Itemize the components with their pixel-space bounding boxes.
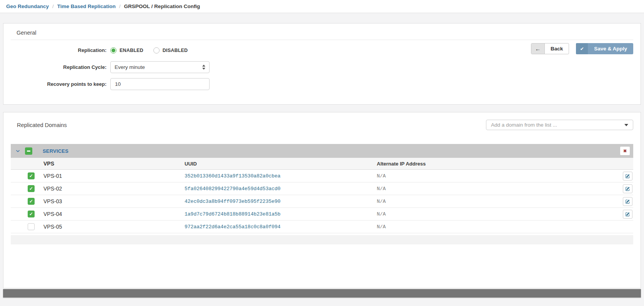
chevron-down-icon: [624, 124, 628, 126]
column-header-vps: VPS: [35, 161, 185, 167]
replication-disabled-radio[interactable]: DISABLED: [153, 47, 188, 54]
check-icon: ✔: [576, 43, 588, 54]
row-checkbox[interactable]: [28, 185, 35, 192]
edit-row-button[interactable]: [623, 197, 632, 206]
general-panel-title: General: [11, 23, 633, 40]
table-header-row: VPS UUID Alternate IP Address: [11, 158, 633, 170]
radio-icon: [153, 47, 160, 54]
services-group-header: SERVICES ✖: [11, 144, 633, 158]
arrow-left-icon: ←: [531, 43, 545, 54]
breadcrumb: Geo Redundancy / Time Based Replication …: [0, 0, 644, 13]
vps-uuid: 5fa026408299422790a4e59d4d53acd0: [185, 186, 377, 192]
alternate-ip-value: N/A: [377, 199, 615, 204]
vps-uuid: 42ec0dc3a8b94ff0973eb595f2235e90: [185, 199, 377, 204]
row-checkbox[interactable]: [28, 198, 35, 205]
vps-name: VPS-01: [35, 173, 185, 179]
vps-uuid: 1a9d7c79d6724b818b88914b23e81a5b: [185, 211, 377, 217]
alternate-ip-value: N/A: [377, 224, 615, 230]
recovery-points-label: Recovery points to keep:: [3, 81, 110, 87]
breadcrumb-time-based-replication[interactable]: Time Based Replication: [57, 3, 116, 9]
remove-group-button[interactable]: ✖: [620, 146, 630, 156]
edit-pencil-icon: [625, 199, 630, 204]
breadcrumb-separator: /: [52, 3, 54, 9]
alternate-ip-value: N/A: [377, 211, 615, 217]
add-domain-select[interactable]: Add a domain from the list ...: [486, 120, 633, 130]
back-button-label: Back: [545, 43, 569, 54]
footer-bar: [3, 289, 641, 298]
replication-disabled-label: DISABLED: [163, 48, 188, 53]
back-button[interactable]: ← Back: [531, 43, 569, 54]
table-row: VPS-04 1a9d7c79d6724b818b88914b23e81a5b …: [11, 208, 633, 221]
replication-label: Replication:: [3, 47, 110, 53]
vps-table: VPS UUID Alternate IP Address VPS-01 352…: [11, 158, 633, 233]
breadcrumb-separator: /: [119, 3, 121, 9]
edit-pencil-icon: [625, 186, 630, 191]
edit-pencil-icon: [625, 174, 630, 179]
breadcrumb-current-page: GRSPOOL / Replication Config: [124, 3, 200, 9]
row-checkbox[interactable]: [28, 223, 35, 230]
services-group-title: SERVICES: [43, 148, 68, 154]
select-spinner-icon: [202, 65, 205, 70]
edit-row-button[interactable]: [623, 184, 632, 193]
alternate-ip-value: N/A: [377, 173, 615, 179]
replication-cycle-label: Replication Cycle:: [3, 64, 110, 70]
table-footer-strip: [11, 235, 633, 244]
recovery-points-input[interactable]: [110, 78, 210, 90]
save-apply-button-label: Save & Apply: [588, 43, 633, 54]
replication-cycle-row: Replication Cycle: Every minute: [3, 61, 641, 73]
replication-cycle-value: Every minute: [115, 64, 202, 70]
vps-name: VPS-04: [35, 211, 185, 217]
add-domain-placeholder: Add a domain from the list ...: [491, 122, 624, 128]
vps-name: VPS-03: [35, 198, 185, 204]
vps-name: VPS-02: [35, 186, 185, 192]
edit-row-button[interactable]: [623, 172, 632, 181]
table-row: VPS-02 5fa026408299422790a4e59d4d53acd0 …: [11, 182, 633, 195]
replicated-domains-title: Replicated Domains: [17, 122, 67, 128]
action-buttons: ← Back ✔ Save & Apply: [531, 43, 633, 54]
column-header-alternate-ip: Alternate IP Address: [377, 161, 615, 167]
column-header-uuid: UUID: [185, 161, 377, 167]
replication-cycle-select[interactable]: Every minute: [110, 61, 210, 73]
recovery-points-row: Recovery points to keep:: [3, 78, 641, 90]
replication-radio-group: ENABLED DISABLED: [110, 47, 188, 54]
save-apply-button[interactable]: ✔ Save & Apply: [576, 43, 633, 54]
replicated-domains-panel: Replicated Domains Add a domain from the…: [3, 112, 641, 288]
breadcrumb-geo-redundancy[interactable]: Geo Redundancy: [6, 3, 49, 9]
chevron-down-icon[interactable]: [16, 149, 20, 153]
vps-uuid: 972aa2f22d6a4e2ca55a18c0c8a0f094: [185, 224, 377, 230]
table-row: VPS-01 352b013360d1433a9f13530a82a0cbea …: [11, 170, 633, 182]
general-panel: General Replication: ENABLED DISABLED Re…: [3, 23, 641, 105]
alternate-ip-value: N/A: [377, 186, 615, 192]
group-indeterminate-checkbox[interactable]: [25, 147, 32, 155]
vps-name: VPS-05: [35, 224, 185, 230]
vps-uuid: 352b013360d1433a9f13530a82a0cbea: [185, 173, 377, 179]
row-checkbox[interactable]: [28, 172, 35, 179]
replication-enabled-radio[interactable]: ENABLED: [110, 47, 143, 54]
row-checkbox[interactable]: [28, 211, 35, 217]
radio-icon: [110, 47, 116, 54]
replication-enabled-label: ENABLED: [120, 48, 143, 53]
table-row: VPS-05 972aa2f22d6a4e2ca55a18c0c8a0f094 …: [11, 221, 633, 233]
edit-pencil-icon: [625, 212, 630, 217]
table-row: VPS-03 42ec0dc3a8b94ff0973eb595f2235e90 …: [11, 195, 633, 208]
edit-row-button[interactable]: [623, 210, 632, 219]
